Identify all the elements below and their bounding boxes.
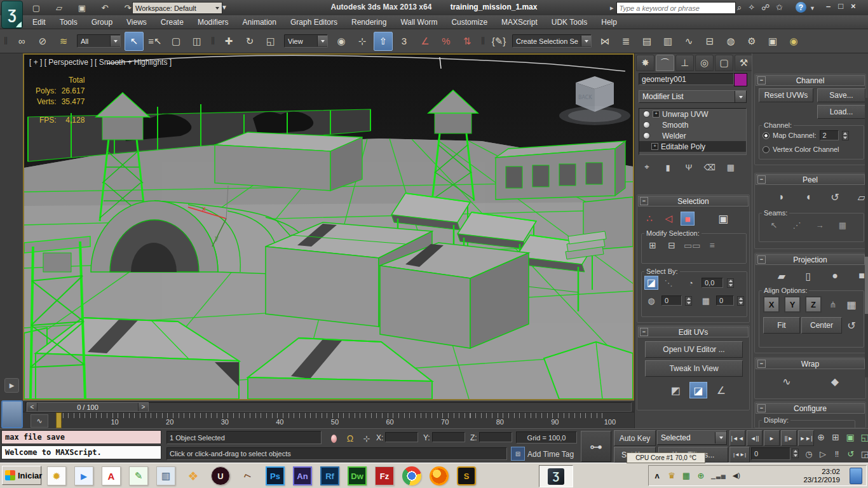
scene-explorer-icon[interactable]: ▥ (658, 32, 677, 51)
ql-chrome-icon[interactable] (402, 466, 421, 485)
ql-s-gold-icon[interactable]: S (457, 466, 476, 485)
timeline-tick-label[interactable]: 70 (436, 418, 454, 426)
edge-to-seam-icon[interactable]: → (813, 218, 827, 232)
chevron-down-icon[interactable] (317, 36, 327, 46)
ql-windows-tool-icon[interactable]: ❖ (184, 466, 203, 485)
render-setup-icon[interactable]: ⚙ (742, 32, 761, 51)
fit-button[interactable]: Fit (763, 317, 800, 334)
go-to-end-icon[interactable]: ►►| (798, 430, 814, 446)
time-slider-handle[interactable]: < 0 / 100 > (27, 402, 149, 412)
menu-item[interactable]: Views (119, 16, 154, 29)
chevron-down-icon[interactable] (581, 36, 591, 46)
menu-item[interactable]: MAXScript (494, 16, 545, 29)
help-icon[interactable]: ? (796, 2, 806, 13)
menu-item[interactable]: UDK Tools (545, 16, 594, 29)
ql-animate-icon[interactable]: An (293, 466, 312, 485)
search-input[interactable] (616, 2, 736, 14)
ql-media-player-icon[interactable]: ▶ (74, 466, 93, 485)
planar-map-icon[interactable]: ▰ (773, 268, 790, 284)
help-flyout-icon[interactable]: ▼ (810, 5, 815, 11)
timeline-tick-label[interactable]: 80 (491, 418, 509, 426)
rendered-frame-icon[interactable]: ▣ (763, 32, 782, 51)
point-to-point-select-icon[interactable]: ⋱ (662, 276, 675, 289)
menu-item[interactable]: Edit (25, 16, 53, 29)
ql-dreamweaver-icon[interactable]: Dw (348, 466, 367, 485)
modifier-row-unwrap-uvw[interactable]: + Unwrap UVW (639, 109, 746, 119)
edge-mode-icon[interactable]: ◁ (661, 212, 675, 226)
play-icon[interactable]: ► (764, 430, 780, 446)
panel-scrollbar[interactable] (865, 98, 868, 377)
select-and-scale-icon[interactable]: ◱ (261, 32, 280, 51)
menu-item[interactable]: Customize (444, 16, 494, 29)
channel-rollout-header[interactable]: − Channel (756, 75, 865, 86)
planar-angle-field[interactable]: 0,0 (702, 278, 723, 288)
favorites-icon[interactable]: ✩ (776, 3, 783, 13)
select-by-name-icon[interactable]: ≡↖ (146, 32, 165, 51)
viewport-scene[interactable]: x y BACK (24, 55, 633, 399)
ql-unreal-icon[interactable]: U (211, 466, 230, 485)
map-channel-spinner[interactable] (842, 131, 849, 140)
absolute-mode-icon[interactable]: ⊹ (360, 431, 374, 445)
sign-in-icon[interactable]: ☍ (761, 3, 770, 13)
angle-snap-icon[interactable]: ∠ (416, 32, 435, 51)
taskbar-clock[interactable]: 23:02 23/12/2019 (803, 468, 840, 484)
restore-button[interactable]: □ (838, 1, 843, 11)
tray-volume-icon[interactable]: ◀) (732, 471, 741, 480)
reset-uvws-button[interactable]: Reset UVWs (759, 88, 813, 102)
set-keys-button[interactable]: ⊶ (581, 431, 611, 462)
x-coordinate-field[interactable] (385, 432, 418, 442)
edit-seams-icon[interactable]: ↖ (767, 218, 781, 232)
named-sets-select[interactable]: Create Selection Se (512, 34, 592, 48)
loop-selection-icon[interactable]: ▭▭ (684, 239, 700, 252)
cylindrical-map-icon[interactable]: ▯ (799, 268, 817, 284)
select-by-element-icon[interactable]: ◪ (644, 276, 658, 290)
menu-item[interactable]: Animation (236, 16, 283, 29)
tab-motion-icon[interactable]: ◎ (695, 55, 714, 71)
edit-uvs-rollout-header[interactable]: − Edit UVs (638, 327, 749, 337)
next-frame-icon[interactable]: ||► (781, 430, 797, 446)
time-config-icon[interactable]: ◷ (802, 447, 816, 461)
reset-peel-icon[interactable]: ↺ (826, 189, 844, 205)
auto-key-button[interactable]: Auto Key (614, 430, 656, 446)
visibility-bulb-icon[interactable] (643, 132, 650, 139)
viewport-layout-tab[interactable] (1, 400, 23, 428)
align-to-view-icon[interactable]: ⋔ (826, 297, 840, 311)
align-z-button[interactable]: Z (805, 296, 822, 313)
menu-item[interactable]: Create (154, 16, 191, 29)
add-time-tag[interactable]: Add Time Tag (527, 450, 574, 459)
pan-icon[interactable]: ‼ (830, 447, 844, 461)
named-selection-sets-icon[interactable]: {✎} (489, 32, 508, 51)
close-button[interactable]: × (851, 1, 856, 11)
hidden-icons-icon[interactable]: ʌ (653, 471, 661, 480)
peel-mode-icon[interactable]: ◖ (799, 189, 817, 205)
configure-rollout-header[interactable]: − Configure (756, 403, 865, 414)
visibility-bulb-icon[interactable] (643, 121, 650, 128)
planar-angle-spinner[interactable] (727, 278, 734, 288)
layer-manager-icon[interactable]: ▤ (637, 32, 656, 51)
orbit-icon[interactable]: ↺ (844, 447, 858, 461)
planar-angle-icon[interactable]: ◔ (684, 276, 698, 290)
reference-coordinate-select[interactable]: View (284, 34, 328, 48)
perspective-viewport[interactable]: x y BACK [ + ] [ Perspective ] [ Smooth … (23, 53, 634, 400)
spline-wrap-icon[interactable]: ∿ (778, 373, 796, 390)
previous-frame-icon[interactable]: ◄|| (747, 430, 763, 446)
smoothing-group-spinner[interactable] (685, 296, 692, 306)
modifier-row-welder[interactable]: Welder (639, 130, 746, 141)
timeline-tick-label[interactable]: 10 (106, 418, 124, 426)
grow-selection-icon[interactable]: ⊞ (646, 238, 660, 252)
collapse-icon[interactable]: − (757, 76, 766, 85)
material-editor-icon[interactable]: ◍ (721, 32, 740, 51)
load-button[interactable]: Load... (817, 105, 865, 119)
ql-photoshop-icon[interactable]: Ps (266, 466, 285, 485)
quick-peel-icon[interactable]: ◗ (773, 189, 790, 205)
maxscript-listener-line2[interactable]: Welcome to MAXScript. (1, 445, 161, 459)
visibility-bulb-icon[interactable] (643, 111, 650, 118)
ql-tuneup-icon[interactable]: ✹ (47, 466, 66, 485)
chevron-down-icon[interactable] (715, 432, 726, 444)
show-desktop-icon[interactable] (850, 468, 862, 484)
modifier-list-select[interactable]: Modifier List (639, 90, 747, 103)
workspace-flyout-icon[interactable]: ▼ (221, 4, 227, 11)
align-y-button[interactable]: Y (784, 296, 801, 313)
mirror-icon[interactable]: ⋈ (595, 32, 614, 51)
keyboard-override-icon[interactable]: ⇧ (374, 32, 393, 51)
